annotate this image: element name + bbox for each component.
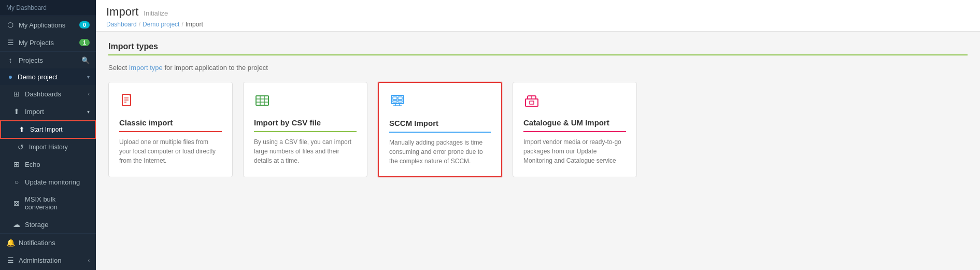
import-label: Import (25, 108, 44, 116)
sidebar-administration[interactable]: ☰ Administration ‹ (0, 251, 96, 269)
my-applications-badge: 0 (79, 21, 90, 29)
sidebar-demo-project[interactable]: ● Demo project ▾ (0, 68, 96, 85)
dashboards-chevron: ‹ (88, 91, 90, 97)
classic-import-desc: Upload one or multiple files from your l… (119, 137, 222, 165)
storage-label: Storage (25, 221, 49, 229)
msix-label: MSIX bulk conversion (25, 195, 90, 211)
sccm-import-icon (389, 93, 491, 113)
breadcrumb-sep-2: / (181, 21, 183, 28)
sidebar: My Dashboard ⬡ My Applications 0 ☰ My Pr… (0, 0, 96, 270)
svg-rect-13 (398, 101, 402, 102)
section-divider (108, 54, 968, 55)
cards-row: Classic import Upload one or multiple fi… (108, 82, 968, 177)
demo-project-label: Demo project (18, 73, 58, 81)
breadcrumb: Dashboard / Demo project / Import (106, 21, 970, 28)
sidebar-update-monitoring[interactable]: ○ Update monitoring (0, 173, 96, 191)
import-card-csv[interactable]: Import by CSV file By using a CSV file, … (243, 82, 367, 177)
sccm-import-title: SCCM Import (389, 119, 491, 127)
projects-label: Projects (19, 56, 77, 64)
sidebar-item-label: My Projects (19, 39, 54, 47)
echo-icon: ⊞ (12, 160, 21, 168)
demo-project-chevron: ▾ (87, 74, 90, 80)
storage-icon: ☁ (12, 220, 21, 229)
classic-import-title: Classic import (119, 118, 222, 127)
sccm-import-desc: Manually adding packages is time consumi… (389, 138, 491, 166)
catalogue-import-title: Catalogue & UM Import (523, 118, 626, 127)
sidebar-echo[interactable]: ⊞ Echo (0, 155, 96, 173)
projects-icon: ↕ (6, 56, 15, 64)
import-icon: ⬆ (12, 107, 21, 116)
classic-import-icon (119, 93, 222, 113)
main-content: Import Initialize Dashboard / Demo proje… (96, 0, 980, 270)
csv-import-title: Import by CSV file (254, 118, 357, 127)
administration-icon: ☰ (6, 256, 15, 264)
search-icon[interactable]: 🔍 (81, 56, 90, 64)
sidebar-item-my-projects[interactable]: ☰ My Projects 1 (0, 34, 96, 51)
section-title: Import types (108, 42, 968, 51)
sidebar-dashboard-header: My Dashboard (0, 0, 96, 16)
import-history-icon: ↺ (17, 143, 25, 151)
sidebar-dashboards[interactable]: ⊞ Dashboards ‹ (0, 85, 96, 103)
start-import-icon: ⬆ (18, 125, 26, 134)
svg-rect-4 (256, 96, 268, 105)
my-projects-badge: 1 (79, 39, 90, 46)
top-bar: Import Initialize Dashboard / Demo proje… (96, 0, 980, 32)
import-card-classic[interactable]: Classic import Upload one or multiple fi… (108, 82, 233, 177)
section-subtitle: Select Import type for import applicatio… (108, 64, 968, 72)
import-chevron: ▾ (87, 109, 90, 115)
administration-chevron: ‹ (88, 258, 90, 263)
my-projects-icon: ☰ (6, 38, 15, 47)
svg-rect-10 (393, 97, 397, 100)
catalogue-import-icon (523, 93, 626, 113)
csv-import-desc: By using a CSV file, you can import larg… (254, 137, 357, 165)
svg-rect-17 (525, 99, 538, 106)
import-history-label: Import History (29, 144, 68, 151)
demo-project-icon: ● (6, 73, 15, 81)
content-area: Import types Select Import type for impo… (96, 32, 980, 270)
update-monitoring-icon: ○ (12, 178, 21, 186)
msix-icon: ⊠ (12, 199, 21, 207)
sidebar-notifications[interactable]: 🔔 Notifications (0, 233, 96, 251)
notifications-icon: 🔔 (6, 238, 15, 247)
dashboards-label: Dashboards (25, 90, 61, 98)
my-applications-icon: ⬡ (6, 21, 15, 29)
breadcrumb-sep-1: / (139, 21, 140, 28)
classic-import-divider (119, 131, 222, 132)
page-subtitle: Initialize (144, 9, 168, 17)
page-title: Import (106, 5, 138, 19)
breadcrumb-project[interactable]: Demo project (143, 21, 179, 28)
dashboards-icon: ⊞ (12, 90, 21, 98)
breadcrumb-dashboard[interactable]: Dashboard (106, 21, 137, 28)
notifications-label: Notifications (19, 239, 55, 247)
sidebar-import-history[interactable]: ↺ Import History (0, 139, 96, 155)
csv-import-icon (254, 93, 357, 113)
sidebar-item-label: My Applications (19, 21, 65, 29)
csv-import-divider (254, 131, 357, 132)
breadcrumb-current: Import (186, 21, 203, 28)
catalogue-import-desc: Import vendor media or ready-to-go packa… (523, 137, 626, 165)
import-card-sccm[interactable]: SCCM Import Manually adding packages is … (378, 82, 502, 177)
administration-label: Administration (19, 257, 61, 264)
svg-rect-19 (530, 101, 534, 104)
sidebar-projects-row: ↕ Projects 🔍 (0, 51, 96, 68)
sidebar-import[interactable]: ⬆ Import ▾ (0, 103, 96, 120)
sidebar-item-my-applications[interactable]: ⬡ My Applications 0 (0, 16, 96, 34)
svg-rect-12 (393, 101, 397, 102)
sidebar-msix-bulk[interactable]: ⊠ MSIX bulk conversion (0, 191, 96, 216)
import-card-catalogue[interactable]: Catalogue & UM Import Import vendor medi… (513, 82, 637, 177)
sccm-import-divider (389, 132, 491, 133)
update-monitoring-label: Update monitoring (25, 178, 80, 186)
sidebar-storage[interactable]: ☁ Storage (0, 216, 96, 233)
start-import-label: Start Import (30, 126, 63, 133)
catalogue-import-divider (523, 131, 626, 132)
sidebar-start-import[interactable]: ⬆ Start Import (0, 120, 96, 139)
echo-label: Echo (25, 161, 40, 168)
svg-rect-11 (398, 97, 402, 100)
